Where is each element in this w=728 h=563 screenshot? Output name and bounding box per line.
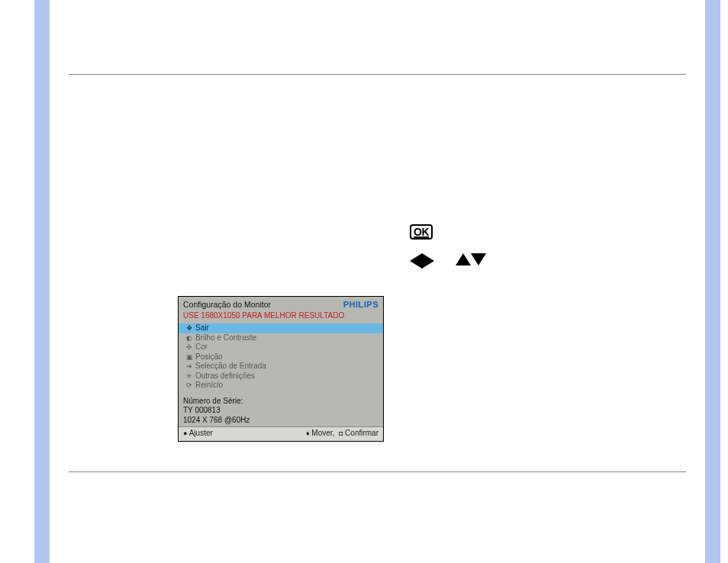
osd-item-icon: ➔ [185,362,194,371]
osd-menu-item: ✣Cor [183,343,378,352]
osd-item-icon: ▣ [185,353,194,362]
osd-serial-label: Número de Série: [183,397,378,407]
control-icons-block: OK [410,224,486,269]
osd-menu-item: ◐Brilho e Contraste [183,333,378,343]
osd-menu-item: ❖Sair [179,323,383,333]
osd-menu-list: ❖Sair◐Brilho e Contraste✣Cor▣Posição➔Sel… [179,322,383,393]
horizontal-rule-top [69,74,686,75]
osd-item-icon: ✣ [185,343,194,352]
osd-menu-item: ➔Selecção de Entrada [183,362,378,372]
osd-footer-left: ● Ajuster [183,429,213,439]
osd-menu-item: ▣Posição [183,352,378,362]
left-decorative-bar [34,0,50,563]
osd-video-mode: 1024 X 768 @60Hz [183,416,378,426]
document-page: OK Configuração do Monitor PHILIPS USE 1… [50,0,705,563]
osd-item-label: Brilho e Contraste [195,333,256,342]
osd-serial-value: TY 000813 [183,406,378,416]
osd-item-label: Posição [195,352,223,361]
ok-button-icon: OK [410,224,433,240]
horizontal-rule-bottom [69,471,686,472]
osd-item-label: Reinício [195,381,223,389]
osd-item-label: Cor [195,343,208,351]
osd-recommendation-text: USE 1680X1050 PARA MELHOR RESULTADO [179,311,383,323]
osd-menu-screenshot: Configuração do Monitor PHILIPS USE 1680… [178,296,384,442]
osd-item-label: Selecção de Entrada [195,362,266,370]
up-down-arrows-icon [456,253,486,269]
osd-title: Configuração do Monitor [183,300,271,310]
right-decorative-bar [705,0,720,563]
osd-item-icon: ⟳ [185,381,194,390]
osd-menu-item: ⟳Reinício [183,381,378,391]
osd-item-icon: ❖ [185,324,194,333]
osd-footer-right: ♦ Mover, ◘ Confirmar [306,429,378,439]
left-right-arrows-icon [410,253,434,269]
osd-item-label: Outras definições [195,372,255,380]
osd-item-label: Sair [195,323,209,332]
osd-brand-logo: PHILIPS [343,300,378,310]
osd-item-icon: ◐ [185,334,194,343]
osd-item-icon: ✳ [185,372,194,381]
osd-menu-item: ✳Outras definições [183,372,378,381]
